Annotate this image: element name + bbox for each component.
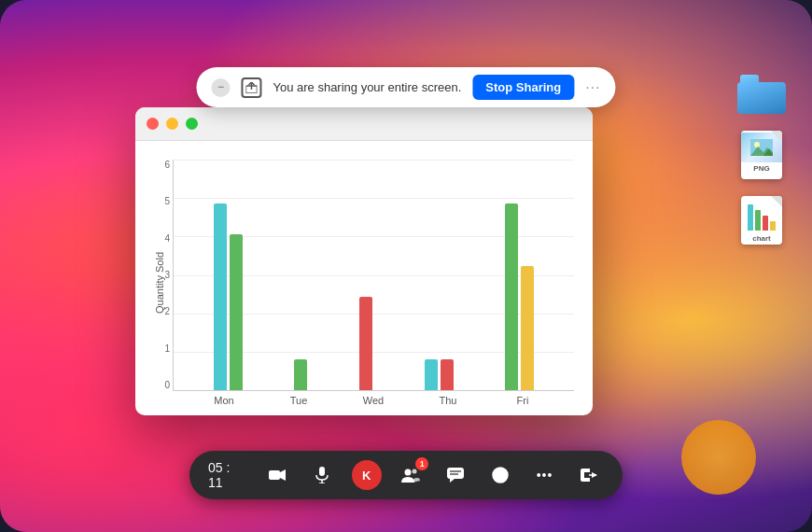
minimize-icon: − (217, 81, 224, 92)
folder-icon-item[interactable] (737, 75, 786, 114)
x-label-mon: Mon (187, 395, 261, 406)
svg-point-12 (413, 469, 417, 474)
folder-icon (737, 75, 786, 114)
svg-point-17 (493, 468, 508, 483)
chart-inner: 6 5 4 3 2 1 0 (173, 160, 574, 406)
bar-group-mon (214, 203, 243, 390)
x-labels: Mon Tue Wed Thu Fri (173, 395, 574, 406)
svg-point-1 (754, 142, 760, 147)
x-label-thu: Thu (411, 395, 485, 406)
minimize-window-button[interactable] (166, 118, 178, 130)
x-label-tue: Tue (261, 395, 336, 406)
bar-tue-green (294, 359, 307, 390)
y-label-0: 0 (147, 380, 170, 390)
sharing-message: You are sharing your entire screen. (273, 80, 461, 94)
leave-meeting-button[interactable] (574, 460, 604, 490)
svg-point-18 (497, 472, 498, 474)
svg-rect-8 (319, 467, 325, 476)
folder-body (737, 82, 786, 114)
x-label-fri: Fri (485, 395, 560, 406)
chart-grid: 6 5 4 3 2 1 0 (173, 160, 574, 391)
meeting-timer: 05 : 11 (208, 460, 247, 490)
file-preview-png (741, 133, 782, 162)
bar-fri-yellow (521, 266, 534, 390)
bar-wed-red (359, 297, 372, 390)
krisp-icon: K (362, 469, 371, 483)
bars-container (174, 160, 574, 390)
bar-mon-green (230, 234, 243, 390)
bar-fri-green (505, 203, 518, 390)
y-label-5: 5 (147, 196, 170, 206)
y-label-1: 1 (147, 343, 170, 354)
svg-marker-7 (280, 469, 286, 481)
chart-area: Quantity Sold 6 5 4 3 2 1 0 (135, 141, 593, 415)
svg-point-19 (502, 472, 504, 474)
desktop-icons: PNG chart (737, 75, 786, 245)
close-button[interactable] (147, 118, 159, 130)
png-file-label: PNG (753, 162, 769, 175)
svg-rect-6 (269, 470, 280, 480)
stop-sharing-button[interactable]: Stop Sharing (472, 75, 574, 100)
bar-thu-red (441, 359, 454, 390)
minimize-button[interactable]: − (211, 78, 230, 97)
video-camera-button[interactable] (262, 460, 292, 490)
bar-thu-blue (425, 359, 438, 390)
share-screen-icon (241, 77, 261, 98)
chart-file-icon: chart (741, 196, 782, 245)
chart-file-icon-item[interactable]: chart (737, 196, 786, 245)
orange-blob-decoration (681, 420, 756, 495)
more-options-icon[interactable]: ··· (585, 79, 600, 96)
chart-file-label: chart (752, 232, 771, 245)
x-label-wed: Wed (336, 395, 411, 406)
bar-group-tue (294, 359, 307, 390)
y-label-4: 4 (147, 233, 170, 244)
png-file-icon-item[interactable]: PNG (737, 131, 786, 179)
bar-group-thu (425, 359, 454, 390)
more-options-icon: ••• (537, 468, 553, 483)
y-label-3: 3 (147, 270, 170, 280)
browser-window: Quantity Sold 6 5 4 3 2 1 0 (135, 107, 593, 415)
meeting-toolbar: 05 : 11 K (189, 451, 623, 499)
y-label-2: 2 (147, 306, 170, 316)
bar-group-wed (359, 297, 372, 390)
y-label-6: 6 (147, 160, 170, 170)
file-chart-preview (741, 196, 782, 232)
y-labels: 6 5 4 3 2 1 0 (147, 160, 170, 390)
svg-marker-14 (450, 479, 455, 483)
bar-group-fri (505, 203, 534, 390)
png-file-icon: PNG (741, 131, 782, 179)
reactions-button[interactable] (485, 460, 515, 490)
chart-container: Quantity Sold 6 5 4 3 2 1 0 (154, 160, 574, 406)
microphone-button[interactable] (307, 460, 337, 490)
krisp-button[interactable]: K (352, 460, 382, 490)
participants-button[interactable]: 1 (397, 460, 427, 490)
chat-button[interactable] (441, 460, 470, 490)
bar-mon-blue (214, 203, 227, 390)
svg-rect-13 (447, 468, 464, 479)
main-window: PNG chart − (0, 0, 812, 532)
more-options-button[interactable]: ••• (530, 460, 560, 490)
browser-titlebar (135, 107, 593, 141)
maximize-window-button[interactable] (186, 118, 198, 130)
participants-badge: 1 (415, 457, 428, 470)
svg-point-11 (405, 469, 412, 476)
sharing-bar: − You are sharing your entire screen. St… (196, 67, 615, 107)
